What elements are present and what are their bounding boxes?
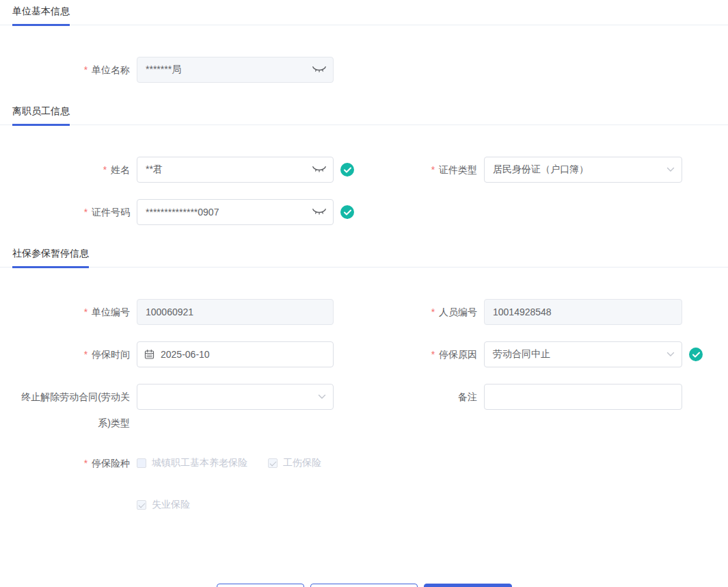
eye-closed-icon[interactable]: [312, 66, 326, 74]
checkbox-label: 工伤保险: [283, 457, 321, 469]
footer-actions: 上一步 暂存草稿箱 下一步: [0, 584, 728, 587]
unit-no-input: [137, 300, 333, 324]
section-suspend-info-title: 社保参保暂停信息: [12, 248, 89, 268]
cert-no-valid-check-icon: [340, 205, 354, 219]
cert-type-label: 证件类型: [364, 157, 484, 183]
stop-date-picker[interactable]: [137, 341, 334, 367]
section-employee-info: 离职员工信息 姓名 证件类型 居民身份证（户口簿）: [0, 100, 728, 225]
name-input[interactable]: [137, 157, 333, 182]
section-employee-info-title: 离职员工信息: [12, 105, 70, 126]
stop-reason-valid-check-icon: [689, 348, 703, 361]
name-valid-check-icon: [340, 163, 354, 177]
calendar-icon[interactable]: [144, 350, 154, 360]
person-no-field: [484, 299, 682, 325]
section-unit-info-title: 单位基本信息: [12, 5, 70, 26]
remark-field[interactable]: [484, 384, 682, 410]
section-unit-info-header: 单位基本信息: [0, 0, 728, 25]
name-label: 姓名: [16, 157, 137, 183]
section-suspend-info-header: 社保参保暂停信息: [0, 242, 728, 268]
person-no-label: 人员编号: [364, 299, 484, 325]
section-unit-info: 单位基本信息 单位名称: [0, 0, 728, 83]
stop-date-label: 停保时间: [16, 341, 137, 367]
section-employee-info-header: 离职员工信息: [0, 100, 728, 125]
chevron-down-icon: [666, 352, 675, 357]
checkbox-icon: [268, 458, 278, 468]
unit-name-field: [137, 57, 334, 83]
checkbox-icon: [137, 458, 146, 468]
next-step-button[interactable]: 下一步: [424, 584, 512, 587]
unit-name-label: 单位名称: [16, 57, 137, 83]
unit-no-field: [137, 299, 334, 325]
checkbox-icon: [137, 500, 146, 510]
name-field[interactable]: [137, 157, 334, 183]
eye-closed-icon[interactable]: [312, 208, 326, 216]
unit-no-label: 单位编号: [16, 299, 137, 325]
checkbox-label: 城镇职工基本养老保险: [152, 457, 247, 469]
checkbox-label: 失业保险: [152, 499, 190, 511]
section-suspend-info: 社保参保暂停信息 单位编号 人员编号 停保时间: [0, 242, 728, 518]
checkbox-injury: 工伤保险: [268, 457, 321, 469]
chevron-down-icon: [666, 167, 675, 172]
unit-name-input: [137, 57, 333, 82]
chevron-down-icon: [318, 394, 326, 400]
remark-input[interactable]: [485, 384, 682, 409]
cert-no-field[interactable]: [137, 199, 334, 225]
checkbox-pension: 城镇职工基本养老保险: [137, 457, 247, 469]
stop-reason-label: 停保原因: [364, 341, 484, 367]
contract-type-label: 终止解除劳动合同(劳动关系)类型: [16, 384, 137, 436]
eye-closed-icon[interactable]: [312, 166, 326, 174]
stop-reason-value: 劳动合同中止: [485, 348, 682, 361]
person-no-input: [485, 300, 682, 324]
remark-label: 备注: [364, 384, 484, 410]
checkbox-unemployment: 失业保险: [137, 499, 190, 511]
cert-type-value: 居民身份证（户口簿）: [485, 164, 682, 176]
insurance-types-label: 停保险种: [16, 450, 137, 476]
stop-reason-select[interactable]: 劳动合同中止: [484, 341, 682, 367]
contract-type-select[interactable]: [137, 384, 334, 410]
prev-step-button[interactable]: 上一步: [217, 584, 304, 587]
cert-type-select[interactable]: 居民身份证（户口簿）: [484, 157, 682, 183]
insurance-types-group: 城镇职工基本养老保险 工伤保险 失业保险: [137, 450, 342, 518]
cert-no-label: 证件号码: [16, 199, 137, 225]
stop-date-input[interactable]: [137, 342, 333, 367]
cert-no-input[interactable]: [137, 200, 333, 224]
save-draft-button[interactable]: 暂存草稿箱: [310, 584, 418, 587]
